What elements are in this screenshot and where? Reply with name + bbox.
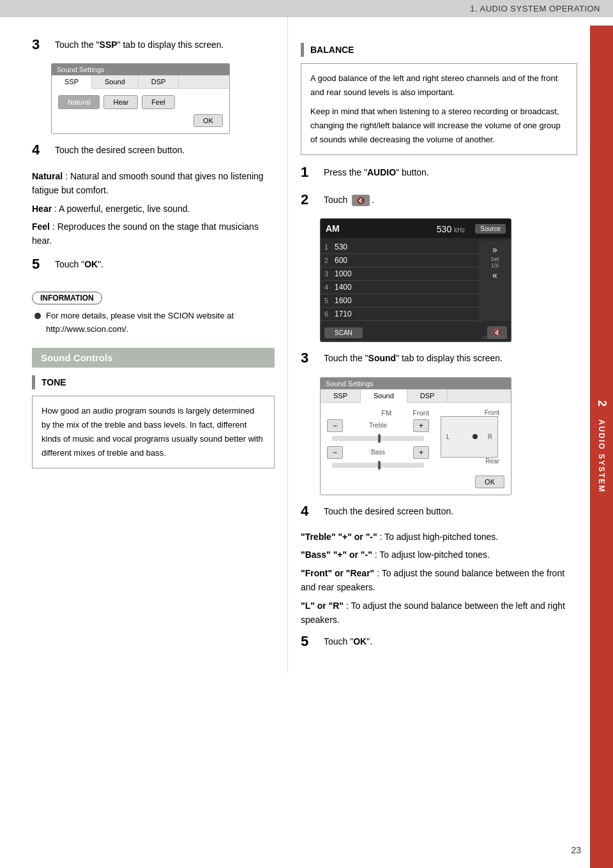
- preset-4-num: 4: [324, 283, 335, 291]
- step-2-right: 2 Touch .: [301, 191, 577, 208]
- tab2-sound[interactable]: Sound: [361, 389, 407, 403]
- sidebar-number: 2: [595, 400, 609, 407]
- step-3-right: 3 Touch the "Sound" tab to display this …: [301, 350, 577, 366]
- treble-plus-btn[interactable]: +: [413, 419, 429, 432]
- desc-treble: "Treble" "+" or "-" : To adjust high-pit…: [301, 530, 577, 544]
- page-number: 23: [571, 845, 581, 855]
- step-2-right-text: Touch .: [324, 191, 577, 207]
- am-radio-screen: AM 530 kHz Source 1 530 2: [320, 218, 511, 342]
- r-label: R: [488, 433, 492, 440]
- desc-lr-label: "L" or "R": [301, 601, 344, 611]
- screen1-ok-btn[interactable]: OK: [193, 114, 223, 127]
- bass-plus-btn[interactable]: +: [413, 446, 429, 459]
- balance-bar: [301, 43, 304, 57]
- preset-6-num: 6: [324, 310, 335, 318]
- preset-3-num: 3: [324, 270, 335, 278]
- desc-lr: "L" or "R" : To adjust the sound balance…: [301, 599, 577, 627]
- radio-freq-value: 530: [437, 224, 451, 234]
- step-5-right: 5 Touch "OK".: [301, 633, 577, 650]
- bullet-dot: [34, 313, 41, 319]
- radio-controls: » Set 1/6 «: [479, 241, 511, 321]
- radio-main-freq: 530 kHz: [437, 221, 470, 236]
- l-label: L: [446, 433, 450, 440]
- tab2-dsp[interactable]: DSP: [407, 389, 448, 402]
- screen1-tabs: SSP Sound DSP: [52, 75, 229, 89]
- desc-feel-label: Feel: [32, 221, 50, 232]
- desc-natural-text: : Natural and smooth sound that gives no…: [32, 171, 264, 195]
- mute-icon: [352, 195, 370, 206]
- tab-sound[interactable]: Sound: [92, 75, 139, 88]
- desc-feel: Feel : Reproduces the sound on the stage…: [32, 220, 275, 248]
- step-5-right-text: Touch "OK".: [324, 633, 577, 648]
- step-1-right-text: Press the "AUDIO" button.: [324, 164, 577, 179]
- step-3-num: 3: [32, 36, 51, 53]
- information-badge: INFORMATION: [32, 292, 102, 304]
- preset-1[interactable]: 1 530: [321, 241, 479, 254]
- right-sidebar: 2 AUDIO SYSTEM: [590, 26, 613, 868]
- tab-ssp[interactable]: SSP: [52, 75, 92, 89]
- desc-hear-label: Hear: [32, 204, 52, 214]
- desc-bass: "Bass" "+" or "-" : To adjust low-pitche…: [301, 548, 577, 562]
- sound-controls-area: FM Front − Treble +: [327, 409, 504, 473]
- treble-label: Treble: [343, 422, 413, 429]
- preset-3[interactable]: 3 1000: [321, 267, 479, 281]
- radio-back-btn[interactable]: «: [491, 269, 499, 281]
- sound-controls-left: FM Front − Treble +: [327, 409, 429, 473]
- radio-source-btn[interactable]: Source: [475, 224, 506, 234]
- step-5-right-num: 5: [301, 633, 320, 650]
- bass-bar: [332, 463, 424, 468]
- page-header: 1. AUDIO SYSTEM OPERATION: [0, 0, 613, 17]
- treble-indicator: [378, 434, 381, 443]
- treble-minus-btn[interactable]: −: [327, 419, 343, 432]
- tab2-ssp[interactable]: SSP: [321, 389, 361, 402]
- step-4-text: Touch the desired screen button.: [55, 142, 275, 157]
- sound-settings-screen-1: Sound Settings SSP Sound DSP Natural Hea…: [51, 63, 230, 134]
- balance-info-box: A good balance of the left and right ste…: [301, 63, 577, 155]
- desc-hear: Hear : A powerful, energetic, live sound…: [32, 202, 275, 216]
- bass-minus-btn[interactable]: −: [327, 446, 343, 459]
- desc-natural: Natural : Natural and smooth sound that …: [32, 169, 275, 198]
- step-5-left: 5 Touch "OK".: [32, 256, 275, 273]
- front-balance-label: Front: [485, 409, 499, 416]
- screen1-body: Natural Hear Feel OK: [52, 89, 229, 133]
- fm-label: FM: [381, 409, 391, 417]
- step-4-right-num: 4: [301, 503, 320, 520]
- hear-btn[interactable]: Hear: [103, 95, 138, 109]
- tab-dsp[interactable]: DSP: [139, 75, 179, 88]
- desc-treble-label: "Treble" "+" or "-": [301, 532, 377, 542]
- desc-bass-text: : To adjust low-pitched tones.: [375, 550, 490, 560]
- sound-mode-buttons: Natural Hear Feel: [58, 95, 223, 109]
- sound-settings-screen-2: Sound Settings SSP Sound DSP FM Front −: [320, 377, 511, 495]
- natural-btn[interactable]: Natural: [58, 95, 100, 109]
- preset-1-num: 1: [324, 243, 335, 251]
- rear-balance-label: Rear: [485, 458, 499, 465]
- step-1-right-num: 1: [301, 164, 320, 181]
- radio-scan-btn[interactable]: SCAN: [324, 327, 363, 338]
- preset-5[interactable]: 5 1600: [321, 294, 479, 308]
- tone-bar: [32, 375, 35, 389]
- radio-forward-btn[interactable]: »: [491, 243, 499, 256]
- front-label: Front: [412, 409, 429, 417]
- preset-2-num: 2: [324, 257, 335, 264]
- bass-label: Bass: [343, 449, 413, 456]
- desc-bass-label: "Bass" "+" or "-": [301, 550, 372, 560]
- preset-4[interactable]: 4 1400: [321, 281, 479, 294]
- bass-indicator: [378, 461, 381, 470]
- step-3-left: 3 Touch the "SSP" tab to display this sc…: [32, 36, 275, 53]
- radio-body: 1 530 2 600 3 1000 4 1400: [321, 238, 511, 324]
- screen1-title: Sound Settings: [52, 64, 229, 75]
- desc-hear-text: : A powerful, energetic, live sound.: [54, 204, 190, 214]
- feel-btn[interactable]: Feel: [142, 95, 174, 109]
- balance-dot: [473, 434, 478, 439]
- screen2-ok-btn[interactable]: OK: [475, 475, 504, 488]
- step-3-right-text: Touch the "Sound" tab to display this sc…: [324, 350, 577, 365]
- screen2-body: FM Front − Treble +: [321, 403, 511, 495]
- balance-section-header: BALANCE: [301, 43, 577, 57]
- radio-set-label: Set: [490, 256, 499, 262]
- preset-2[interactable]: 2 600: [321, 254, 479, 267]
- tone-section-header: TONE: [32, 375, 275, 389]
- preset-6[interactable]: 6 1710: [321, 308, 479, 321]
- desc-natural-label: Natural: [32, 171, 63, 181]
- radio-khz: kHz: [454, 227, 465, 234]
- preset-4-freq: 1400: [335, 283, 475, 292]
